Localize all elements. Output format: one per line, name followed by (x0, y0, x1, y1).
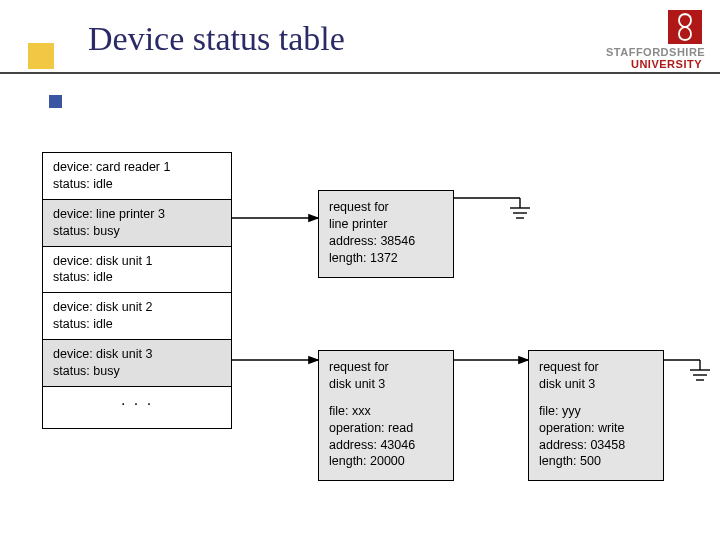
device-row: device: disk unit 3 status: busy (43, 339, 231, 386)
accent-blue-square (49, 95, 62, 108)
device-status: busy (93, 224, 119, 238)
device-name: line printer 3 (96, 207, 165, 221)
status-label: status: (53, 224, 93, 238)
length-label: length: (539, 454, 580, 468)
device-status: busy (93, 364, 119, 378)
request-target: line printer (329, 217, 387, 231)
length-label: length: (329, 251, 370, 265)
request-box-disk-a: request for disk unit 3 file: xxx operat… (318, 350, 454, 481)
status-label: status: (53, 364, 93, 378)
request-operation: read (388, 421, 413, 435)
device-label: device: (53, 300, 96, 314)
file-label: file: (329, 404, 352, 418)
university-logo: STAFFORDSHIRE UNIVERSITY (606, 10, 702, 70)
device-name: disk unit 3 (96, 347, 152, 361)
header-rule (0, 72, 720, 74)
device-name: card reader 1 (96, 160, 170, 174)
address-label: address: (329, 438, 380, 452)
request-operation: write (598, 421, 624, 435)
operation-label: operation: (329, 421, 388, 435)
request-target: disk unit 3 (539, 377, 595, 391)
request-file: yyy (562, 404, 581, 418)
request-address: 43046 (380, 438, 415, 452)
device-status-table: device: card reader 1 status: idle devic… (42, 152, 232, 429)
request-target: disk unit 3 (329, 377, 385, 391)
device-row: device: disk unit 1 status: idle (43, 246, 231, 293)
device-row: device: line printer 3 status: busy (43, 199, 231, 246)
device-label: device: (53, 207, 96, 221)
accent-gold-square (28, 43, 54, 69)
page-title: Device status table (88, 20, 345, 58)
request-address: 38546 (380, 234, 415, 248)
request-box-disk-b: request for disk unit 3 file: yyy operat… (528, 350, 664, 481)
device-status: idle (93, 177, 112, 191)
status-label: status: (53, 270, 93, 284)
device-name: disk unit 1 (96, 254, 152, 268)
device-name: disk unit 2 (96, 300, 152, 314)
request-box-printer: request for line printer address: 38546 … (318, 190, 454, 278)
device-label: device: (53, 347, 96, 361)
device-status: idle (93, 270, 112, 284)
device-label: device: (53, 254, 96, 268)
request-address: 03458 (590, 438, 625, 452)
request-length: 500 (580, 454, 601, 468)
request-file: xxx (352, 404, 371, 418)
request-length: 1372 (370, 251, 398, 265)
address-label: address: (329, 234, 380, 248)
logo-text-1: STAFFORDSHIRE (606, 46, 702, 58)
operation-label: operation: (539, 421, 598, 435)
device-label: device: (53, 160, 96, 174)
device-row: device: card reader 1 status: idle (43, 153, 231, 199)
logo-text-2: UNIVERSITY (606, 58, 702, 70)
device-row: device: disk unit 2 status: idle (43, 292, 231, 339)
request-length: 20000 (370, 454, 405, 468)
request-for-label: request for (329, 360, 389, 374)
status-label: status: (53, 177, 93, 191)
length-label: length: (329, 454, 370, 468)
address-label: address: (539, 438, 590, 452)
device-status: idle (93, 317, 112, 331)
request-for-label: request for (539, 360, 599, 374)
request-for-label: request for (329, 200, 389, 214)
file-label: file: (539, 404, 562, 418)
staffordshire-knot-icon (668, 10, 702, 44)
status-label: status: (53, 317, 93, 331)
ellipsis-row: · · · (43, 386, 231, 429)
